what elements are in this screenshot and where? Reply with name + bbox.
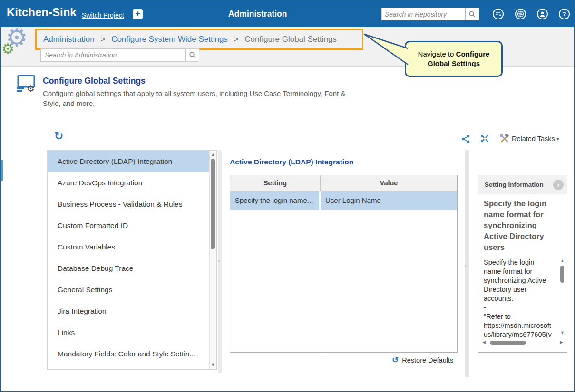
setting-cell[interactable]: Specify the login name... [230, 191, 321, 210]
plus-icon: + [135, 9, 140, 19]
related-tasks-icon[interactable] [499, 134, 509, 143]
help-icon[interactable]: ? [559, 9, 570, 19]
info-splitter[interactable]: ▸ [465, 150, 469, 377]
list-item-custom-variables[interactable]: Custom Variables [48, 236, 209, 258]
administration-search-input[interactable] [40, 48, 186, 62]
list-scrollbar[interactable]: ▲ ▼ [209, 151, 216, 369]
info-hscrollbar-thumb[interactable] [490, 341, 526, 345]
scroll-left-icon[interactable]: ◀ [482, 340, 486, 344]
chevron-down-icon[interactable]: ▾ [556, 135, 559, 142]
list-scrollbar-thumb[interactable] [211, 159, 215, 249]
repository-search [381, 8, 479, 20]
scroll-right-icon[interactable]: ▶ [560, 340, 563, 344]
list-item-azure-devops[interactable]: Azure DevOps Integration [48, 172, 209, 193]
settings-table: Setting Value Specify the login name... … [230, 175, 458, 353]
list-item-active-directory[interactable]: Active Directory (LDAP) Integration [48, 151, 209, 172]
global-settings-icon: ⚙ [16, 75, 37, 94]
list-item-general-settings[interactable]: General Settings [48, 279, 209, 300]
search-icon [189, 51, 196, 59]
info-scrollbar-vertical[interactable]: ▲ ▼ [559, 259, 565, 335]
chevron-right-icon: › [557, 181, 560, 189]
list-item-mandatory-fields[interactable]: Mandatory Fields: Color and Style Settin… [48, 343, 209, 364]
info-scrollbar-horizontal[interactable]: ◀ ▶ [482, 339, 563, 346]
annotation-callout-tail [360, 28, 412, 68]
page-section-title: Administration [228, 9, 287, 19]
column-header-setting: Setting [230, 175, 321, 191]
table-header-row: Setting Value [230, 175, 457, 191]
annotation-callout: Navigate to Configure Global Settings [405, 41, 503, 77]
info-scrollbar-thumb[interactable] [560, 266, 564, 283]
setting-summary: Specify the login name format for synchr… [484, 198, 556, 253]
scroll-up-icon[interactable]: ▲ [210, 153, 216, 157]
breadcrumb-separator: > [100, 35, 105, 44]
settings-panel-heading: Active Directory (LDAP) Integration [230, 158, 353, 166]
restore-defaults-label: Restore Defaults [402, 356, 453, 364]
user-profile-icon[interactable] [537, 9, 548, 19]
restore-defaults-button[interactable]: ↺ Restore Defaults [392, 356, 453, 364]
expand-icon[interactable] [480, 134, 489, 143]
admin-gear-small-icon: ⚙ [1, 40, 14, 57]
repository-search-button[interactable] [465, 8, 479, 20]
refresh-icon[interactable]: ↻ [54, 131, 63, 142]
list-item-database-debug-trace[interactable]: Database Debug Trace [48, 258, 209, 279]
add-project-button[interactable]: + [133, 9, 143, 19]
related-tasks-label[interactable]: Related Tasks [512, 135, 555, 143]
list-item-business-process[interactable]: Business Process - Validation & Rules [48, 193, 209, 215]
project-name: Kitchen-Sink [7, 6, 77, 19]
scroll-down-icon[interactable]: ▼ [559, 331, 565, 335]
whats-new-icon[interactable] [493, 9, 504, 19]
list-splitter[interactable]: ◂ [218, 150, 222, 373]
breadcrumb: Administration > Configure System Wide S… [43, 30, 337, 48]
app-window: Kitchen-Sink Switch Project + Administra… [0, 0, 575, 392]
breadcrumb-configure-system-wide-settings[interactable]: Configure System Wide Settings [111, 35, 228, 44]
highlight-annotation-box: Administration > Configure System Wide S… [35, 29, 363, 50]
share-icon[interactable] [461, 134, 470, 143]
setting-information-panel: Setting Information › Specify the login … [478, 175, 567, 353]
community-icon[interactable] [515, 9, 526, 19]
settings-category-list: Active Directory (LDAP) Integration Azur… [47, 150, 217, 370]
scroll-down-icon[interactable]: ▼ [210, 363, 216, 367]
topbar: Kitchen-Sink Switch Project + Administra… [1, 1, 574, 27]
breadcrumb-administration[interactable]: Administration [43, 35, 95, 44]
setting-description: Specify the login name format for synchr… [484, 258, 552, 339]
list-item-links[interactable]: Links [48, 322, 209, 343]
list-item-jira-integration[interactable]: Jira Integration [48, 300, 209, 322]
table-row[interactable]: Specify the login name... User Login Nam… [230, 191, 457, 210]
value-cell[interactable]: User Login Name [321, 191, 457, 210]
collapsed-panel-tab[interactable] [1, 160, 3, 181]
column-header-value: Value [321, 175, 457, 191]
breadcrumb-separator: > [234, 35, 239, 44]
splitter-collapse-right-icon[interactable]: ▸ [465, 263, 467, 268]
annotation-callout-text: Navigate to Configure Global Settings [410, 49, 498, 68]
administration-search-button[interactable] [186, 48, 199, 62]
search-icon [468, 10, 476, 18]
panel-expand-button[interactable]: › [553, 180, 564, 190]
breadcrumb-current-page: Configure Global Settings [244, 35, 337, 44]
repository-search-input[interactable] [381, 8, 465, 20]
list-item-custom-formatted-id[interactable]: Custom Formatted ID [48, 215, 209, 236]
page-description: Configure global settings that apply to … [43, 88, 357, 108]
splitter-collapse-left-icon[interactable]: ◂ [217, 258, 220, 263]
undo-icon: ↺ [392, 356, 399, 364]
gear-icon: ⚙ [27, 83, 35, 94]
page-title: Configure Global Settings [43, 76, 146, 86]
administration-search [40, 48, 199, 62]
setting-information-title: Setting Information [485, 175, 544, 194]
switch-project-link[interactable]: Switch Project [82, 11, 124, 19]
setting-information-header: Setting Information › [478, 175, 567, 194]
scroll-up-icon[interactable]: ▲ [559, 259, 565, 263]
column-divider [321, 209, 321, 352]
